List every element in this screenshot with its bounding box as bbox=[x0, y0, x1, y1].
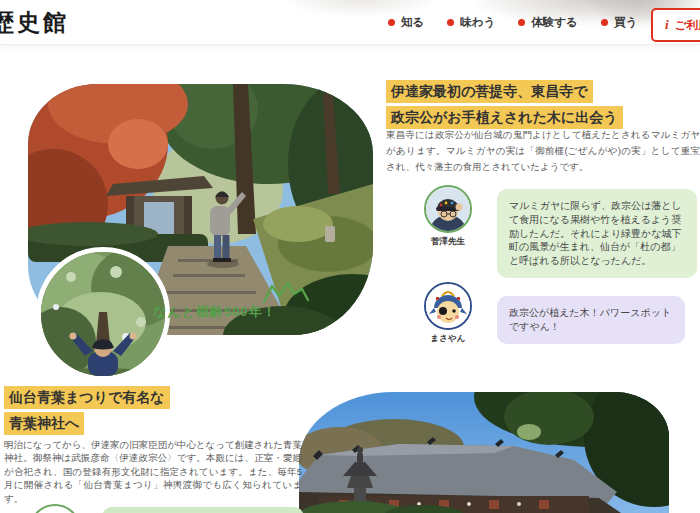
big-tree-illustration bbox=[41, 252, 165, 376]
teacher-avatar-icon bbox=[426, 187, 470, 231]
nav-item-taste[interactable]: 味わう bbox=[447, 15, 495, 30]
avatar-masayan-photo bbox=[424, 282, 472, 330]
heading-line: 政宗公がお手植えされた木に出会う bbox=[386, 106, 623, 129]
red-dot-icon bbox=[447, 19, 454, 26]
big-tree-photo bbox=[36, 247, 170, 381]
section-shrine-paragraph: 明治になってから、伊達家の旧家臣団が中心となって創建された青葉神社。御祭神は武振… bbox=[4, 438, 302, 505]
nav-label: 味わう bbox=[460, 15, 495, 30]
nav-label: 体験する bbox=[531, 15, 578, 30]
site-logo[interactable]: 歴史館 bbox=[0, 7, 69, 38]
avatar-name: 菅澤先生 bbox=[419, 236, 477, 248]
heading-line: 伊達家最初の菩提寺、東昌寺で bbox=[386, 80, 593, 103]
page: 歴史館 知る 味わう 体験する 買う i ご利用案内 bbox=[0, 0, 700, 513]
avatar-sugasawa: 菅澤先生 bbox=[419, 185, 477, 248]
info-icon: i bbox=[665, 17, 669, 33]
main-nav: 知る 味わう 体験する 買う bbox=[388, 0, 637, 45]
speech-bubble-masayan: 政宗公が植えた木！パワースポットですやん！ bbox=[497, 296, 685, 344]
nav-item-experience[interactable]: 体験する bbox=[518, 15, 578, 30]
speech-bubble-partial-cutoff bbox=[102, 507, 304, 513]
tree-age-caption: なんと樹齢500年！ bbox=[153, 303, 277, 321]
nav-label: 買う bbox=[614, 15, 637, 30]
nav-item-buy[interactable]: 買う bbox=[601, 15, 637, 30]
shrine-illustration bbox=[299, 392, 669, 513]
speech-bubble-sugasawa: マルミガヤに限らず、政宗公は藩として食用になる果樹や竹を植えるよう奨励したんだ。… bbox=[497, 189, 697, 278]
avatar-sugasawa-photo bbox=[424, 185, 472, 233]
mascot-avatar-icon bbox=[426, 284, 470, 328]
section-tree-heading: 伊達家最初の菩提寺、東昌寺で 政宗公がお手植えされた木に出会う bbox=[386, 80, 623, 129]
red-dot-icon bbox=[601, 19, 608, 26]
avatar-name: まさやん bbox=[419, 333, 477, 345]
heading-line: 青葉神社へ bbox=[4, 412, 84, 435]
nav-item-know[interactable]: 知る bbox=[388, 15, 424, 30]
site-header: 歴史館 知る 味わう 体験する 買う i ご利用案内 bbox=[0, 0, 700, 45]
red-dot-icon bbox=[518, 19, 525, 26]
nav-label: 知る bbox=[401, 15, 424, 30]
guide-button[interactable]: i ご利用案内 bbox=[651, 8, 700, 42]
red-dot-icon bbox=[388, 19, 395, 26]
section-shrine-heading: 仙台青葉まつりで有名な 青葉神社へ bbox=[4, 386, 170, 435]
guide-button-label: ご利用案内 bbox=[675, 18, 700, 33]
section-tree-paragraph: 東昌寺には政宗公が仙台城の鬼門よけとして植えたとされるマルミガヤがあります。マル… bbox=[386, 127, 700, 175]
zigzag-arrow-icon bbox=[262, 280, 310, 306]
avatar-masayan: まさやん bbox=[419, 282, 477, 345]
heading-line: 仙台青葉まつりで有名な bbox=[4, 386, 170, 409]
shrine-photo bbox=[299, 392, 669, 513]
